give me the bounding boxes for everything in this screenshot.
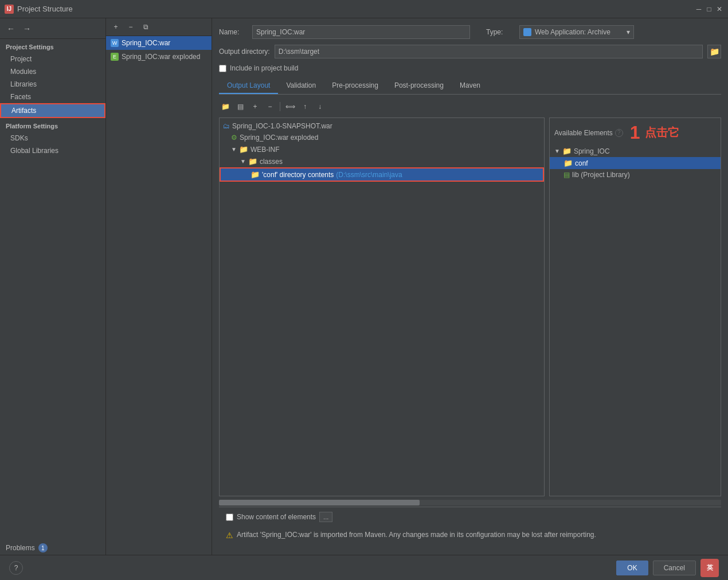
tab-post-processing[interactable]: Post-processing	[386, 78, 452, 94]
content-area: + − ⧉ W Spring_IOC:war E Spring_IOC:war …	[106, 18, 728, 555]
war-icon: W	[111, 39, 119, 47]
web-inf-folder-icon: 📁	[239, 145, 248, 154]
cancel-button[interactable]: Cancel	[653, 561, 696, 575]
copy-artifact-button[interactable]: ⧉	[139, 21, 152, 33]
available-item-conf[interactable]: 📁 conf	[550, 157, 721, 169]
show-content-button[interactable]: ...	[319, 512, 332, 522]
problems-badge: 1	[38, 543, 48, 552]
warning-row: ⚠ Artifact 'Spring_IOC:war' is imported …	[226, 527, 714, 543]
layout-btn-grid[interactable]: ▤	[234, 100, 246, 113]
scroll-thumb[interactable]	[219, 500, 420, 505]
classes-expand-arrow: ▼	[240, 158, 246, 164]
tabs-bar: Output Layout Validation Pre-processing …	[219, 78, 721, 95]
tree-item-war[interactable]: 🗂 Spring_IOC-1.0-SNAPSHOT.war	[220, 120, 544, 132]
type-select-arrow: ▾	[627, 28, 630, 36]
show-content-row: Show content of elements ...	[226, 512, 714, 522]
sidebar-item-global-libraries[interactable]: Global Libraries	[0, 144, 105, 157]
available-panel: Available Elements ? 1 点击它 ▼ 📁 Spring_IO…	[549, 117, 721, 496]
name-input[interactable]	[252, 25, 470, 39]
main-content: ← → Project Settings Project Modules Lib…	[0, 18, 728, 555]
include-label: Include in project build	[230, 64, 298, 72]
type-select-icon	[523, 28, 531, 36]
detail-panel: Name: Type: Web Application: Archive ▾ O…	[212, 18, 728, 555]
output-input[interactable]	[275, 45, 703, 58]
conf-folder-avail-icon: 📁	[563, 159, 573, 167]
exploded-icon: E	[111, 53, 119, 61]
artifact-item-war-exploded[interactable]: E Spring_IOC:war exploded	[106, 50, 212, 64]
tree-item-web-inf[interactable]: ▼ 📁 WEB-INF	[220, 143, 544, 155]
close-button[interactable]: ✕	[715, 5, 723, 13]
layout-btn-folder[interactable]: 📁	[219, 100, 232, 113]
output-browse-button[interactable]: 📁	[707, 45, 721, 58]
available-help-icon[interactable]: ?	[615, 129, 623, 137]
sidebar-item-problems[interactable]: Problems 1	[0, 541, 105, 555]
name-label: Name:	[219, 28, 248, 36]
war-file-icon: 🗂	[223, 122, 230, 130]
layout-btn-down[interactable]: ↓	[314, 100, 326, 113]
toolbar-separator	[280, 102, 280, 111]
show-content-checkbox[interactable]	[226, 514, 233, 521]
help-button[interactable]: ?	[9, 561, 23, 575]
conf-folder-icon: 📁	[251, 170, 260, 179]
layout-btn-sort[interactable]: ⟺	[284, 100, 296, 113]
scroll-track[interactable]	[219, 500, 721, 505]
sidebar-item-modules[interactable]: Modules	[0, 65, 105, 78]
expand-arrow-icon: ▼	[231, 146, 237, 152]
title-bar: IJ Project Structure ─ □ ✕	[0, 0, 728, 18]
artifact-item-war[interactable]: W Spring_IOC:war	[106, 36, 212, 50]
sidebar-item-artifacts[interactable]: Artifacts	[0, 103, 105, 118]
tab-pre-processing[interactable]: Pre-processing	[324, 78, 386, 94]
annotation-chinese: 点击它	[645, 125, 679, 140]
tree-panel: 🗂 Spring_IOC-1.0-SNAPSHOT.war ⚙ Spring_I…	[219, 117, 545, 496]
output-row: Output directory: 📁	[219, 45, 721, 58]
tab-output-layout[interactable]: Output Layout	[219, 78, 278, 94]
layout-btn-add[interactable]: +	[249, 100, 261, 113]
include-checkbox[interactable]	[219, 65, 226, 72]
tab-validation[interactable]: Validation	[278, 78, 324, 94]
artifact-toolbar: + − ⧉	[106, 18, 212, 36]
bottom-area: Show content of elements ... ⚠ Artifact …	[219, 507, 721, 548]
tree-item-conf-directory[interactable]: 📁 'conf' directory contents (D:\ssm\src\…	[220, 167, 544, 182]
sidebar-item-facets[interactable]: Facets	[0, 91, 105, 103]
annotation-1: 1	[630, 122, 640, 143]
forward-button[interactable]: →	[21, 23, 33, 34]
sidebar-item-libraries[interactable]: Libraries	[0, 78, 105, 91]
nav-toolbar: ← →	[0, 18, 105, 39]
tab-maven[interactable]: Maven	[452, 78, 488, 94]
sidebar-item-project[interactable]: Project	[0, 53, 105, 65]
layout-btn-up[interactable]: ↑	[299, 100, 311, 113]
tree-item-classes[interactable]: ▼ 📁 classes	[220, 155, 544, 167]
layout-area: 🗂 Spring_IOC-1.0-SNAPSHOT.war ⚙ Spring_I…	[219, 117, 721, 496]
window-title: Project Structure	[17, 5, 695, 13]
layout-btn-remove[interactable]: −	[264, 100, 276, 113]
warning-icon: ⚠	[226, 531, 233, 540]
tree-item-war-exploded[interactable]: ⚙ Spring_IOC:war exploded	[220, 132, 544, 143]
project-settings-label: Project Settings	[0, 39, 105, 53]
minimize-button[interactable]: ─	[695, 5, 703, 13]
gear-icon: ⚙	[231, 134, 237, 142]
ok-button[interactable]: OK	[616, 561, 648, 575]
window-controls: ─ □ ✕	[695, 5, 723, 13]
add-artifact-button[interactable]: +	[109, 21, 122, 33]
available-item-spring-ioc[interactable]: ▼ 📁 Spring_IOC	[550, 145, 721, 157]
spring-ioc-folder-icon: 📁	[562, 147, 572, 155]
remove-artifact-button[interactable]: −	[124, 21, 137, 33]
platform-settings-label: Platform Settings	[0, 118, 105, 132]
layout-toolbar: 📁 ▤ + − ⟺ ↑ ↓	[219, 99, 721, 114]
type-label: Type:	[486, 28, 515, 36]
name-row: Name: Type: Web Application: Archive ▾	[219, 25, 721, 39]
maximize-button[interactable]: □	[705, 5, 713, 13]
back-button[interactable]: ←	[5, 23, 17, 34]
type-select[interactable]: Web Application: Archive ▾	[519, 25, 634, 39]
sidebar: ← → Project Settings Project Modules Lib…	[0, 18, 106, 555]
app-icon: IJ	[5, 5, 14, 14]
sidebar-item-sdks[interactable]: SDKs	[0, 132, 105, 144]
classes-folder-icon: 📁	[248, 157, 257, 166]
available-item-lib[interactable]: ▤ lib (Project Library)	[550, 169, 721, 181]
spring-ioc-arrow: ▼	[554, 148, 560, 154]
output-label: Output directory:	[219, 48, 270, 56]
artifact-list: + − ⧉ W Spring_IOC:war E Spring_IOC:war …	[106, 18, 212, 555]
ime-icon: 英	[700, 559, 719, 577]
horizontal-scrollbar[interactable]	[219, 499, 721, 507]
warning-text: Artifact 'Spring_IOC:war' is imported fr…	[237, 530, 596, 540]
